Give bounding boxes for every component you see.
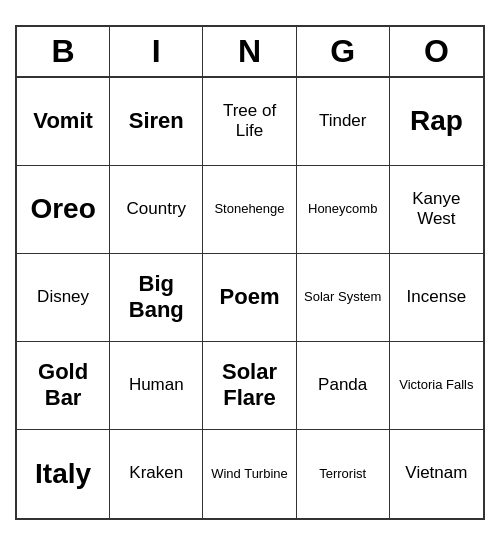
cell-label: Stonehenge <box>214 201 284 217</box>
bingo-cell: Solar Flare <box>203 342 296 430</box>
cell-label: Vietnam <box>405 463 467 483</box>
cell-label: Solar Flare <box>207 359 291 412</box>
bingo-cell: Incense <box>390 254 483 342</box>
bingo-header-letter: I <box>110 27 203 76</box>
cell-label: Siren <box>129 108 184 134</box>
cell-label: Panda <box>318 375 367 395</box>
cell-label: Country <box>127 199 187 219</box>
cell-label: Human <box>129 375 184 395</box>
cell-label: Oreo <box>30 192 95 226</box>
bingo-header-letter: O <box>390 27 483 76</box>
bingo-cell: Victoria Falls <box>390 342 483 430</box>
cell-label: Gold Bar <box>21 359 105 412</box>
cell-label: Kanye West <box>394 189 479 230</box>
bingo-cell: Human <box>110 342 203 430</box>
bingo-cell: Vomit <box>17 78 110 166</box>
bingo-cell: Tinder <box>297 78 390 166</box>
cell-label: Big Bang <box>114 271 198 324</box>
bingo-cell: Italy <box>17 430 110 518</box>
bingo-cell: Gold Bar <box>17 342 110 430</box>
cell-label: Terrorist <box>319 466 366 482</box>
cell-label: Wind Turbine <box>211 466 288 482</box>
bingo-cell: Disney <box>17 254 110 342</box>
bingo-cell: Kanye West <box>390 166 483 254</box>
cell-label: Solar System <box>304 289 381 305</box>
bingo-header-letter: G <box>297 27 390 76</box>
bingo-cell: Poem <box>203 254 296 342</box>
bingo-cell: Solar System <box>297 254 390 342</box>
cell-label: Tinder <box>319 111 367 131</box>
bingo-cell: Wind Turbine <box>203 430 296 518</box>
bingo-cell: Stonehenge <box>203 166 296 254</box>
bingo-cell: Oreo <box>17 166 110 254</box>
bingo-cell: Vietnam <box>390 430 483 518</box>
bingo-cell: Panda <box>297 342 390 430</box>
cell-label: Victoria Falls <box>399 377 473 393</box>
bingo-header: BINGO <box>17 27 483 78</box>
bingo-header-letter: N <box>203 27 296 76</box>
bingo-header-letter: B <box>17 27 110 76</box>
bingo-card: BINGO VomitSirenTree of LifeTinderRapOre… <box>15 25 485 520</box>
bingo-cell: Kraken <box>110 430 203 518</box>
cell-label: Tree of Life <box>207 101 291 142</box>
cell-label: Disney <box>37 287 89 307</box>
cell-label: Kraken <box>129 463 183 483</box>
bingo-cell: Rap <box>390 78 483 166</box>
bingo-cell: Country <box>110 166 203 254</box>
bingo-cell: Honeycomb <box>297 166 390 254</box>
cell-label: Rap <box>410 104 463 138</box>
cell-label: Italy <box>35 457 91 491</box>
bingo-cell: Tree of Life <box>203 78 296 166</box>
cell-label: Honeycomb <box>308 201 377 217</box>
bingo-cell: Siren <box>110 78 203 166</box>
bingo-grid: VomitSirenTree of LifeTinderRapOreoCount… <box>17 78 483 518</box>
cell-label: Vomit <box>33 108 92 134</box>
bingo-cell: Big Bang <box>110 254 203 342</box>
bingo-cell: Terrorist <box>297 430 390 518</box>
cell-label: Poem <box>220 284 280 310</box>
cell-label: Incense <box>407 287 467 307</box>
